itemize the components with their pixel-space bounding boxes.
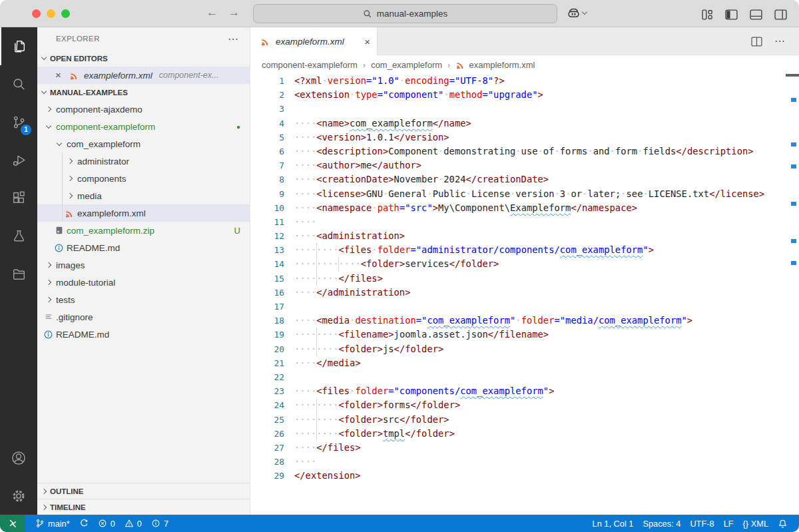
workspace-section-header[interactable]: MANUAL-EXAMPLES: [37, 84, 250, 101]
toggle-panel-icon[interactable]: [750, 8, 762, 20]
maximize-window-button[interactable]: [61, 9, 70, 18]
code-line-19[interactable]: 19········<filename>joomla.asset.json</f…: [251, 328, 799, 342]
status-indentation[interactable]: Spaces: 4: [638, 515, 685, 532]
code-line-5[interactable]: 5····<version>1.0.1</version>: [251, 131, 799, 144]
code-line-20[interactable]: 20········<folder>js</folder>: [251, 342, 799, 356]
status-language-mode[interactable]: {} XML: [738, 515, 773, 532]
tree-item-readme-md[interactable]: README.md: [37, 239, 250, 256]
code-line-1[interactable]: 1<?xml·version="1.0"·encoding="UTF-8"?>: [251, 74, 799, 88]
tree-item-readme-md[interactable]: README.md: [37, 326, 250, 343]
breadcrumb-item-exampleform-xml[interactable]: exampleform.xml: [455, 59, 535, 70]
code-line-25[interactable]: 25········<folder>src</folder>: [251, 413, 799, 427]
customize-layout-icon[interactable]: [702, 8, 713, 20]
activity-settings[interactable]: [0, 477, 37, 515]
status-branch[interactable]: main*: [31, 515, 75, 532]
tree-item-component-exampleform[interactable]: component-exampleform●: [37, 118, 250, 135]
timeline-section-header[interactable]: TIMELINE: [37, 499, 250, 515]
explorer-more-actions-icon[interactable]: ⋯: [228, 33, 239, 45]
code-line-16[interactable]: 16····</administration>: [251, 286, 799, 300]
code-line-13[interactable]: 13········<files·folder="administrator/c…: [251, 243, 799, 257]
code-line-21[interactable]: 21····</media>: [251, 356, 799, 370]
tree-item-images[interactable]: images: [37, 256, 250, 274]
code-line-22[interactable]: 22: [251, 370, 799, 384]
code-line-14[interactable]: 14············<folder>services</folder>: [251, 257, 799, 271]
code-line-7[interactable]: 7····<author>me</author>: [251, 158, 799, 172]
code-line-28[interactable]: 28····: [251, 455, 799, 469]
minimize-window-button[interactable]: [47, 9, 55, 18]
close-icon[interactable]: ×: [55, 71, 65, 80]
status-sync[interactable]: [75, 515, 93, 532]
tree-item-media[interactable]: media: [37, 187, 250, 204]
code-line-17[interactable]: 17: [251, 300, 799, 314]
code-line-9[interactable]: 9····<license>GNU·General·Public·License…: [251, 187, 799, 201]
code-line-24[interactable]: 24········<folder>forms</folder>: [251, 398, 799, 412]
open-editor-description: component-ex...: [159, 71, 219, 80]
outline-section-header[interactable]: OUTLINE: [37, 483, 250, 499]
split-editor-icon[interactable]: [751, 35, 762, 47]
close-icon[interactable]: ×: [364, 36, 370, 47]
code-line-3[interactable]: 3: [251, 102, 799, 116]
code-line-6[interactable]: 6····<description>Component·demonstratin…: [251, 144, 799, 158]
status-infos[interactable]: 7: [146, 515, 173, 532]
code-line-10[interactable]: 10····<namespace·path="src">My\Component…: [251, 201, 799, 215]
command-center[interactable]: manual-examples: [253, 4, 557, 23]
activity-accounts[interactable]: [0, 439, 37, 477]
gear-icon: [10, 487, 27, 505]
overview-ruler[interactable]: [784, 74, 799, 515]
code-line-8[interactable]: 8····<creationDate>November·2024</creati…: [251, 172, 799, 186]
tree-item-component-ajaxdemo[interactable]: component-ajaxdemo: [37, 101, 250, 118]
code-line-23[interactable]: 23····<files·folder="components/com_exam…: [251, 384, 799, 398]
tree-item-components[interactable]: components: [37, 170, 250, 187]
forward-button[interactable]: →: [228, 6, 240, 19]
toggle-secondary-sidebar-icon[interactable]: [774, 8, 787, 20]
status-warnings[interactable]: 0: [120, 515, 146, 532]
zip-file-icon: [53, 226, 65, 235]
code-line-18[interactable]: 18····<media·destination="com_examplefor…: [251, 314, 799, 328]
indent-guide: [316, 342, 317, 356]
line-number: 21: [251, 356, 284, 370]
activity-folder-library[interactable]: [0, 255, 37, 293]
code-editor[interactable]: 1<?xml·version="1.0"·encoding="UTF-8"?>2…: [251, 74, 799, 515]
tree-twistie: [43, 107, 54, 111]
copilot-menu[interactable]: [567, 6, 587, 20]
tree-item-administrator[interactable]: administrator: [37, 152, 250, 170]
status-indentation-label: Spaces: 4: [643, 519, 680, 529]
activity-search[interactable]: [0, 65, 37, 103]
line-number: 5: [251, 131, 284, 144]
status-eol[interactable]: LF: [719, 515, 738, 532]
code-line-26[interactable]: 26········<folder>tmpl</folder>: [251, 427, 799, 441]
activity-explorer[interactable]: [0, 27, 37, 65]
status-notifications[interactable]: [773, 515, 792, 532]
code-line-29[interactable]: 29</extension>: [251, 469, 799, 483]
close-window-button[interactable]: [32, 9, 41, 18]
code-line-11[interactable]: 11····: [251, 215, 799, 229]
code-line-12[interactable]: 12····<administration>: [251, 229, 799, 243]
code-line-2[interactable]: 2<extension·type="component"·method="upg…: [251, 88, 799, 102]
code-line-4[interactable]: 4····<name>com_exampleform</name>: [251, 117, 799, 131]
activity-testing[interactable]: [0, 217, 37, 255]
open-editor-item[interactable]: × exampleform.xml component-ex...: [37, 67, 250, 84]
more-actions-icon[interactable]: ⋯: [774, 35, 786, 47]
code-line-27[interactable]: 27····</files>: [251, 441, 799, 455]
open-editors-section-header[interactable]: OPEN EDITORS: [37, 50, 250, 67]
tree-item-com-exampleform-zip[interactable]: com_exampleform.zipU: [37, 222, 250, 239]
chevron-down-icon: [582, 9, 587, 15]
tree-item--gitignore[interactable]: .gitignore: [37, 308, 250, 326]
toggle-primary-sidebar-icon[interactable]: [725, 8, 738, 20]
back-button[interactable]: ←: [206, 6, 218, 19]
activity-extensions[interactable]: [0, 179, 37, 217]
tree-item-com-exampleform[interactable]: com_exampleform: [37, 135, 250, 152]
breadcrumb-item-component-exampleform[interactable]: component-exampleform: [262, 60, 358, 70]
status-errors[interactable]: 0: [93, 515, 120, 532]
status-encoding[interactable]: UTF-8: [685, 515, 718, 532]
code-line-15[interactable]: 15········</files>: [251, 272, 799, 286]
status-remote[interactable]: [0, 515, 25, 532]
breadcrumb-item-com-exampleform[interactable]: com_exampleform: [371, 60, 442, 70]
tree-item-module-tutorial[interactable]: module-tutorial: [37, 274, 250, 291]
tree-item-exampleform-xml[interactable]: exampleform.xml: [37, 204, 250, 222]
status-cursor-position[interactable]: Ln 1, Col 1: [588, 515, 639, 532]
tab-exampleform-xml[interactable]: exampleform.xml ×: [251, 27, 378, 55]
activity-source-control[interactable]: 1: [0, 103, 37, 141]
tree-item-tests[interactable]: tests: [37, 291, 250, 308]
activity-run-debug[interactable]: [0, 141, 37, 179]
